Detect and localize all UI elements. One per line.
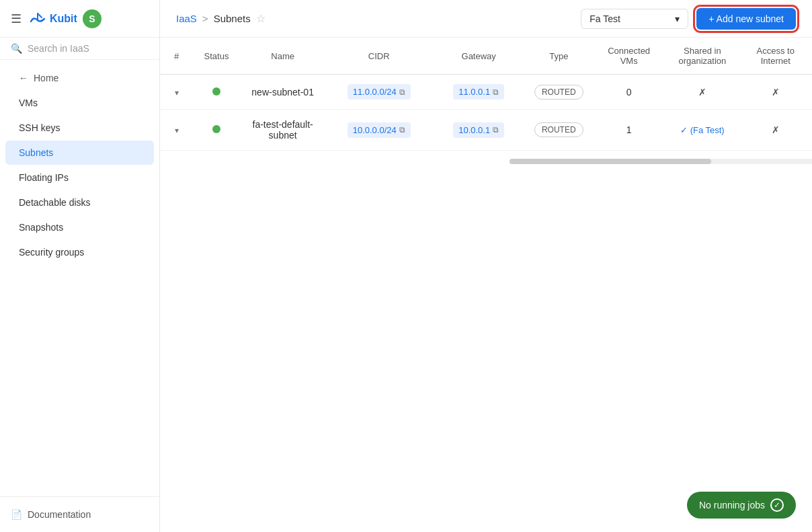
type-badge: ROUTED	[534, 122, 583, 137]
row2-cidr: 10.0.0.0/24 ⧉	[326, 110, 432, 151]
sidebar-item-ssh-keys[interactable]: SSH keys	[5, 116, 154, 140]
row2-shared-in-org: ✓ (Fa Test)	[665, 110, 739, 151]
status-active-dot	[212, 125, 220, 133]
breadcrumb: IaaS > Subnets ☆	[176, 12, 266, 25]
nav-items: ← Home VMs SSH keys Subnets Floating IPs…	[0, 60, 159, 496]
expand-row1-button[interactable]: ▾	[175, 88, 179, 98]
col-header-gateway: Gateway	[432, 38, 525, 75]
favorite-star-icon[interactable]: ☆	[256, 12, 266, 25]
sidebar-item-ssh-keys-label: SSH keys	[19, 122, 60, 133]
logo-area: Kubit S	[28, 9, 102, 28]
sidebar-item-floating-ips-label: Floating IPs	[19, 172, 69, 183]
hamburger-icon[interactable]: ☰	[11, 11, 22, 26]
gateway-value: 11.0.0.1 ⧉	[453, 84, 504, 100]
access-internet-x: ✗	[772, 124, 780, 135]
row2-type: ROUTED	[525, 110, 592, 151]
sidebar-item-vms-label: VMs	[19, 98, 38, 108]
row1-name: new-subnet-01	[240, 75, 326, 110]
breadcrumb-iaas[interactable]: IaaS	[176, 13, 197, 24]
s-logo: S	[83, 9, 102, 28]
sidebar-item-snapshots[interactable]: Snapshots	[5, 215, 154, 239]
search-box[interactable]: 🔍 Search in IaaS	[0, 38, 159, 60]
kubit-logo-text: Kubit	[50, 13, 77, 25]
table-row: ▾ new-subnet-01 11.0.0.0/24 ⧉	[160, 75, 812, 110]
col-header-access-internet: Access to Internet	[739, 38, 812, 75]
doc-icon: 📄	[11, 509, 22, 520]
row1-status	[193, 75, 240, 110]
shared-in-org-x: ✗	[698, 87, 706, 98]
search-placeholder: Search in IaaS	[28, 43, 89, 54]
row2-access-internet: ✗	[739, 110, 812, 151]
table-body: ▾ new-subnet-01 11.0.0.0/24 ⧉	[160, 75, 812, 151]
sidebar-item-subnets-label: Subnets	[19, 147, 53, 158]
sidebar: ☰ Kubit S 🔍 Search in IaaS ← Home	[0, 0, 160, 532]
shared-in-org-check: ✓ (Fa Test)	[680, 125, 725, 135]
sidebar-item-detachable-disks-label: Detachable disks	[19, 197, 91, 208]
statusbar: No running jobs ✓	[687, 492, 796, 519]
main-content: IaaS > Subnets ☆ Fa Test ▾ + Add new sub…	[160, 0, 812, 532]
sidebar-item-subnets[interactable]: Subnets	[5, 141, 154, 165]
kubit-logo: Kubit	[28, 9, 77, 28]
row2-gateway: 10.0.0.1 ⧉	[432, 110, 525, 151]
subnets-table-container: # Status Name CIDR Gateway Type Connecte…	[160, 38, 812, 175]
chevron-down-icon: ▾	[675, 13, 680, 24]
col-header-cidr: CIDR	[326, 38, 432, 75]
row1-shared-in-org: ✗	[665, 75, 739, 110]
col-header-name: Name	[240, 38, 326, 75]
col-header-type: Type	[525, 38, 592, 75]
row1-cidr: 11.0.0.0/24 ⧉	[326, 75, 432, 110]
nav-bottom: 📄 Documentation	[0, 496, 159, 532]
sidebar-item-security-groups-label: Security groups	[19, 247, 84, 258]
back-arrow-icon: ←	[19, 73, 28, 83]
copy-gateway2-icon[interactable]: ⧉	[493, 125, 499, 135]
sidebar-item-home[interactable]: ← Home	[5, 66, 154, 90]
no-running-jobs-label: No running jobs	[699, 500, 765, 510]
row1-gateway: 11.0.0.1 ⧉	[432, 75, 525, 110]
col-header-shared-in-org: Shared in organization	[665, 38, 739, 75]
no-running-jobs-badge: No running jobs ✓	[687, 492, 796, 519]
type-badge: ROUTED	[534, 85, 583, 100]
cidr-value: 10.0.0.0/24 ⧉	[348, 122, 411, 138]
copy-cidr-icon[interactable]: ⧉	[399, 87, 405, 97]
copy-cidr2-icon[interactable]: ⧉	[399, 125, 405, 135]
col-header-status: Status	[193, 38, 240, 75]
subnets-table: # Status Name CIDR Gateway Type Connecte…	[160, 38, 812, 151]
cidr-value: 11.0.0.0/24 ⧉	[348, 84, 411, 100]
project-selector-value: Fa Test	[590, 13, 620, 24]
horizontal-scrollbar[interactable]	[510, 159, 812, 164]
sidebar-header: ☰ Kubit S	[0, 0, 159, 38]
row2-connected-vms: 1	[592, 110, 665, 151]
col-header-connected-vms: Connected VMs	[592, 38, 665, 75]
content-area: # Status Name CIDR Gateway Type Connecte…	[160, 38, 812, 532]
sidebar-item-home-label: Home	[34, 73, 58, 83]
project-selector[interactable]: Fa Test ▾	[581, 9, 688, 29]
row2-expand[interactable]: ▾	[160, 110, 193, 151]
add-new-subnet-button[interactable]: + Add new subnet	[696, 8, 796, 30]
access-internet-x: ✗	[772, 87, 780, 98]
row1-access-internet: ✗	[739, 75, 812, 110]
expand-row2-button[interactable]: ▾	[175, 126, 179, 135]
sidebar-item-vms[interactable]: VMs	[5, 91, 154, 115]
row1-type: ROUTED	[525, 75, 592, 110]
copy-gateway-icon[interactable]: ⧉	[493, 87, 499, 97]
row2-status	[193, 110, 240, 151]
breadcrumb-current: Subnets	[214, 13, 251, 24]
sidebar-item-floating-ips[interactable]: Floating IPs	[5, 165, 154, 190]
kubit-logo-icon	[28, 9, 47, 28]
row1-expand[interactable]: ▾	[160, 75, 193, 110]
table-row: ▾ fa-test-default-subnet 10.0.0.0/24 ⧉	[160, 110, 812, 151]
sidebar-item-detachable-disks[interactable]: Detachable disks	[5, 190, 154, 215]
documentation-label: Documentation	[28, 509, 91, 520]
row1-connected-vms: 0	[592, 75, 665, 110]
row2-name: fa-test-default-subnet	[240, 110, 326, 151]
search-icon: 🔍	[11, 43, 22, 54]
gateway-value: 10.0.0.1 ⧉	[453, 122, 504, 138]
check-circle-icon: ✓	[770, 498, 784, 512]
documentation-item[interactable]: 📄 Documentation	[11, 505, 149, 524]
status-active-dot	[212, 87, 220, 96]
scrollbar-thumb[interactable]	[510, 159, 711, 164]
sidebar-item-snapshots-label: Snapshots	[19, 222, 63, 233]
col-header-number: #	[160, 38, 193, 75]
topbar: IaaS > Subnets ☆ Fa Test ▾ + Add new sub…	[160, 0, 812, 38]
sidebar-item-security-groups[interactable]: Security groups	[5, 240, 154, 264]
